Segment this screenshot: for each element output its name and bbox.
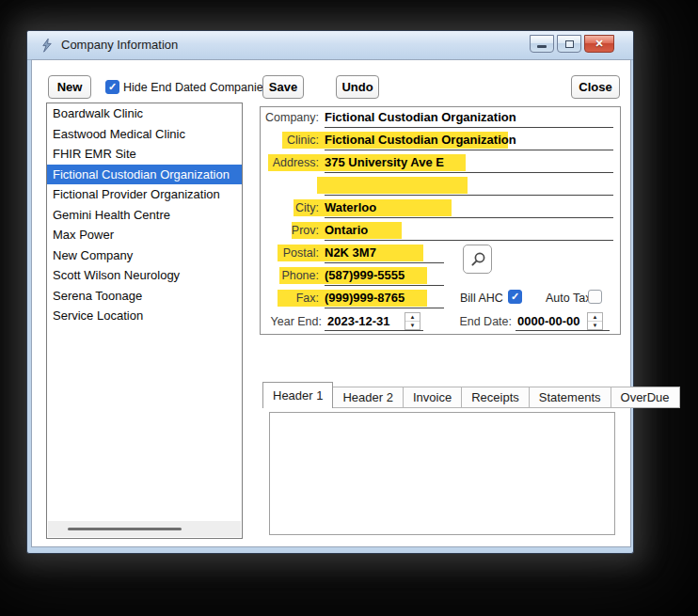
form-field-row: Company: Fictional Custodian Organizatio… — [261, 107, 620, 128]
form-field-row: City: Waterloo — [261, 197, 620, 218]
field-value-input[interactable]: (587)999-5555 — [325, 268, 405, 282]
form-field-row: Address: 375 University Ave E — [261, 152, 620, 173]
field-label: Clinic: — [261, 134, 319, 147]
form-field-row: Postal: N2K 3M7 — [261, 243, 620, 263]
list-item[interactable]: Fictional Custodian Organization — [47, 165, 242, 185]
spinner-down-icon[interactable]: ▼ — [588, 322, 602, 329]
end-date-value[interactable]: 0000-00-00 — [517, 314, 580, 328]
header-text-area[interactable] — [269, 412, 615, 535]
app-lightning-icon — [40, 38, 55, 53]
auto-tax-checkbox[interactable]: ✓ — [588, 290, 602, 304]
field-underline — [325, 240, 613, 241]
new-button[interactable]: New — [48, 75, 91, 99]
field-label: Prov: — [261, 224, 319, 237]
form-field-row: Prov: Ontario — [261, 220, 620, 241]
field-value-input[interactable]: Fictional Custodian Organization — [325, 133, 516, 147]
list-item-label: Scott Wilson Neurology — [53, 268, 180, 282]
tab[interactable]: Statements — [530, 387, 611, 408]
list-item[interactable]: Serena Toonage — [47, 286, 242, 307]
list-item[interactable]: Eastwood Medical Clinic — [47, 124, 242, 145]
tab-label: Invoice — [413, 390, 452, 404]
field-underline — [325, 308, 444, 308]
check-icon: ✓ — [511, 292, 519, 302]
list-item-label: Service Location — [53, 308, 143, 323]
tab-label: OverDue — [621, 390, 670, 404]
field-underline — [325, 172, 613, 173]
auto-tax-label: Auto Tax — [546, 292, 591, 305]
list-item[interactable]: Gemini Health Centre — [47, 205, 242, 226]
list-item-label: FHIR EMR Site — [53, 147, 136, 161]
tab[interactable]: Header 1 — [262, 382, 333, 408]
field-label: City: — [261, 201, 319, 214]
list-item[interactable]: FHIR EMR Site — [47, 144, 242, 165]
field-value-input[interactable]: (999)999-8765 — [325, 291, 405, 305]
list-item[interactable]: New Company — [47, 245, 242, 266]
magnifier-icon — [469, 251, 486, 268]
tab-label: Statements — [539, 390, 601, 404]
list-item-label: Max Power — [53, 228, 114, 242]
end-date-label: End Date: — [430, 315, 512, 328]
company-list: Boardwalk ClinicEastwood Medical ClinicF… — [47, 103, 242, 326]
field-underline — [325, 127, 613, 128]
company-detail-form: Company: Fictional Custodian Organizatio… — [260, 106, 621, 335]
list-item[interactable]: Service Location — [47, 306, 242, 326]
spinner-down-icon[interactable]: ▼ — [405, 322, 420, 329]
yellow-highlight — [317, 177, 468, 194]
list-item-label: Eastwood Medical Clinic — [53, 127, 185, 141]
field-underline — [325, 150, 613, 150]
end-date-underline — [516, 330, 610, 331]
hide-end-dated-checkbox[interactable]: ✓ — [105, 80, 119, 94]
close-icon: ✕ — [595, 38, 603, 50]
year-end-value[interactable]: 2023-12-31 — [327, 314, 390, 328]
spinner-up-icon[interactable]: ▲ — [405, 313, 420, 322]
end-date-spinner[interactable]: ▲ ▼ — [587, 312, 603, 330]
minimize-icon — [537, 45, 547, 48]
list-item-label: Fictional Custodian Organization — [53, 167, 230, 182]
spinner-up-icon[interactable]: ▲ — [588, 313, 602, 322]
horizontal-scrollbar[interactable] — [48, 521, 241, 537]
field-value-input[interactable]: N2K 3M7 — [325, 245, 376, 260]
save-button[interactable]: Save — [262, 75, 304, 99]
tab-label: Receipts — [471, 390, 519, 404]
year-end-spinner[interactable]: ▲ ▼ — [405, 312, 420, 330]
field-underline — [325, 262, 444, 263]
hide-end-dated-label: Hide End Dated Companies — [123, 81, 269, 94]
tab[interactable]: Receipts — [462, 387, 530, 408]
field-label: Company: — [261, 111, 319, 124]
minimize-button[interactable] — [530, 35, 554, 53]
window-close-button[interactable]: ✕ — [584, 35, 614, 53]
list-item-label: Serena Toonage — [53, 289, 142, 303]
close-button[interactable]: Close — [571, 75, 620, 99]
list-item[interactable]: Scott Wilson Neurology — [47, 265, 242, 286]
maximize-button[interactable] — [557, 35, 581, 53]
list-item-label: New Company — [53, 248, 133, 262]
year-end-label: Year End: — [261, 315, 322, 328]
field-underline — [325, 195, 613, 196]
list-item-label: Fictional Provider Organization — [53, 187, 220, 201]
list-item[interactable]: Boardwalk Clinic — [47, 103, 242, 124]
form-field-row: Clinic: Fictional Custodian Organization — [261, 130, 620, 150]
scrollbar-thumb[interactable] — [68, 528, 182, 530]
maximize-icon — [565, 40, 574, 48]
bill-ahc-checkbox[interactable]: ✓ — [508, 290, 522, 304]
title-bar[interactable]: Company Information ✕ — [27, 31, 633, 60]
field-value-input[interactable]: Fictional Custodian Organization — [325, 110, 516, 124]
list-item-label: Gemini Health Centre — [53, 208, 170, 222]
tab-label: Header 2 — [342, 390, 392, 404]
company-listbox[interactable]: Boardwalk ClinicEastwood Medical ClinicF… — [46, 103, 243, 539]
field-label: Fax: — [261, 292, 319, 305]
field-value-input[interactable]: Waterloo — [325, 200, 376, 214]
list-item[interactable]: Max Power — [47, 225, 242, 245]
list-item-label: Boardwalk Clinic — [53, 106, 143, 120]
field-value-input[interactable]: 375 University Ave E — [325, 155, 444, 169]
tab[interactable]: Header 2 — [333, 387, 403, 408]
field-value-input[interactable]: Ontario — [325, 223, 368, 237]
header-tabs: Header 1Header 2InvoiceReceiptsStatement… — [262, 382, 680, 408]
tab[interactable]: OverDue — [611, 387, 680, 408]
form-field-row — [261, 175, 620, 196]
postal-search-button[interactable] — [463, 245, 492, 274]
undo-button[interactable]: Undo — [336, 75, 379, 99]
tab[interactable]: Invoice — [404, 387, 462, 408]
field-label: Postal: — [261, 246, 319, 260]
list-item[interactable]: Fictional Provider Organization — [47, 184, 242, 205]
